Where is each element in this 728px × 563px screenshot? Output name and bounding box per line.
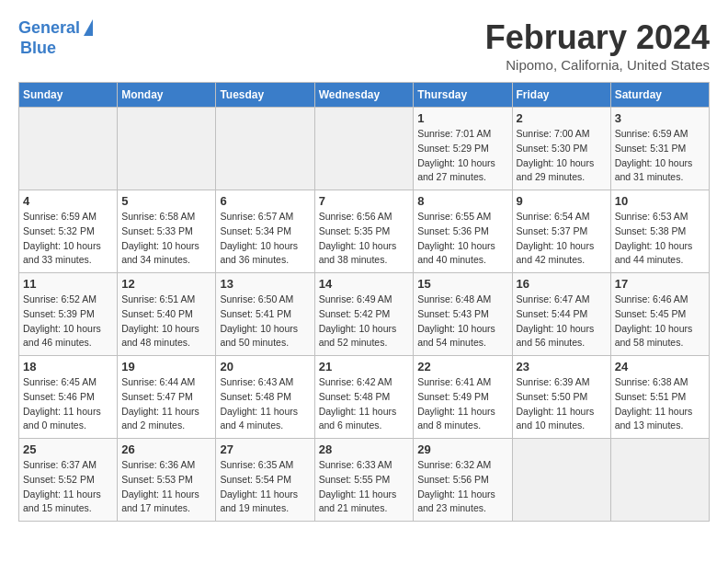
calendar-cell: 6Sunrise: 6:57 AMSunset: 5:34 PMDaylight…: [216, 190, 314, 273]
calendar-cell: 20Sunrise: 6:43 AMSunset: 5:48 PMDayligh…: [216, 356, 314, 439]
day-number: 6: [220, 194, 310, 208]
day-info: Sunrise: 6:35 AMSunset: 5:54 PMDaylight:…: [220, 458, 310, 516]
calendar-cell: 28Sunrise: 6:33 AMSunset: 5:55 PMDayligh…: [314, 439, 414, 522]
calendar-cell: 29Sunrise: 6:32 AMSunset: 5:56 PMDayligh…: [414, 439, 512, 522]
day-number: 11: [23, 277, 113, 291]
day-info: Sunrise: 6:59 AMSunset: 5:31 PMDaylight:…: [615, 127, 705, 185]
logo-text: General Blue: [18, 18, 93, 58]
weekday-header: Tuesday: [216, 83, 314, 108]
weekday-header: Friday: [512, 83, 610, 108]
calendar-week-row: 4Sunrise: 6:59 AMSunset: 5:32 PMDaylight…: [19, 190, 710, 273]
day-number: 1: [417, 111, 507, 125]
day-info: Sunrise: 6:54 AMSunset: 5:37 PMDaylight:…: [517, 210, 607, 268]
calendar-cell: 1Sunrise: 7:01 AMSunset: 5:29 PMDaylight…: [414, 108, 512, 190]
day-number: 19: [121, 360, 211, 373]
day-number: 13: [220, 277, 310, 291]
day-number: 3: [615, 111, 705, 125]
calendar-cell: 8Sunrise: 6:55 AMSunset: 5:36 PMDaylight…: [414, 190, 512, 273]
calendar-header-row: SundayMondayTuesdayWednesdayThursdayFrid…: [19, 83, 710, 108]
day-number: 26: [121, 442, 211, 456]
day-info: Sunrise: 6:53 AMSunset: 5:38 PMDaylight:…: [615, 210, 705, 268]
calendar-cell: 26Sunrise: 6:36 AMSunset: 5:53 PMDayligh…: [118, 439, 216, 522]
day-number: 14: [319, 277, 410, 291]
weekday-header: Wednesday: [314, 83, 414, 108]
day-info: Sunrise: 6:39 AMSunset: 5:50 PMDaylight:…: [517, 375, 607, 433]
day-info: Sunrise: 6:55 AMSunset: 5:36 PMDaylight:…: [417, 210, 507, 268]
page-header: General Blue February 2024 Nipomo, Calif…: [18, 18, 710, 73]
day-number: 5: [121, 194, 211, 208]
calendar-cell: 17Sunrise: 6:46 AMSunset: 5:45 PMDayligh…: [610, 273, 709, 356]
day-info: Sunrise: 7:00 AMSunset: 5:30 PMDaylight:…: [517, 127, 607, 185]
calendar-week-row: 11Sunrise: 6:52 AMSunset: 5:39 PMDayligh…: [19, 273, 710, 356]
calendar-cell: 3Sunrise: 6:59 AMSunset: 5:31 PMDaylight…: [610, 108, 709, 190]
calendar-cell: 24Sunrise: 6:38 AMSunset: 5:51 PMDayligh…: [610, 356, 709, 439]
day-info: Sunrise: 6:36 AMSunset: 5:53 PMDaylight:…: [121, 458, 211, 516]
day-number: 10: [615, 194, 705, 208]
calendar-cell: 27Sunrise: 6:35 AMSunset: 5:54 PMDayligh…: [216, 439, 314, 522]
calendar-cell: 4Sunrise: 6:59 AMSunset: 5:32 PMDaylight…: [19, 190, 118, 273]
day-info: Sunrise: 6:52 AMSunset: 5:39 PMDaylight:…: [23, 293, 113, 350]
calendar-cell: 23Sunrise: 6:39 AMSunset: 5:50 PMDayligh…: [512, 356, 610, 439]
day-info: Sunrise: 6:46 AMSunset: 5:45 PMDaylight:…: [615, 293, 705, 350]
day-info: Sunrise: 6:57 AMSunset: 5:34 PMDaylight:…: [220, 210, 310, 268]
calendar-cell: [512, 439, 610, 522]
day-number: 25: [23, 442, 113, 456]
calendar-cell: 14Sunrise: 6:49 AMSunset: 5:42 PMDayligh…: [314, 273, 414, 356]
calendar-cell: 2Sunrise: 7:00 AMSunset: 5:30 PMDaylight…: [512, 108, 610, 190]
calendar-week-row: 1Sunrise: 7:01 AMSunset: 5:29 PMDaylight…: [19, 108, 710, 190]
calendar-week-row: 25Sunrise: 6:37 AMSunset: 5:52 PMDayligh…: [19, 439, 710, 522]
day-info: Sunrise: 6:59 AMSunset: 5:32 PMDaylight:…: [23, 210, 113, 268]
calendar-cell: [118, 108, 216, 190]
calendar-cell: 9Sunrise: 6:54 AMSunset: 5:37 PMDaylight…: [512, 190, 610, 273]
day-number: 17: [615, 277, 705, 291]
day-info: Sunrise: 7:01 AMSunset: 5:29 PMDaylight:…: [417, 127, 507, 185]
day-info: Sunrise: 6:48 AMSunset: 5:43 PMDaylight:…: [417, 293, 507, 350]
day-info: Sunrise: 6:43 AMSunset: 5:48 PMDaylight:…: [220, 375, 310, 433]
calendar-cell: [19, 108, 118, 190]
main-title: February 2024: [485, 18, 710, 57]
day-number: 20: [220, 360, 310, 373]
day-number: 22: [417, 360, 507, 373]
day-info: Sunrise: 6:47 AMSunset: 5:44 PMDaylight:…: [517, 293, 607, 350]
day-info: Sunrise: 6:38 AMSunset: 5:51 PMDaylight:…: [615, 375, 705, 433]
day-number: 24: [615, 360, 705, 373]
day-info: Sunrise: 6:49 AMSunset: 5:42 PMDaylight:…: [319, 293, 410, 350]
calendar-cell: [314, 108, 414, 190]
subtitle: Nipomo, California, United States: [485, 57, 710, 73]
calendar-cell: 19Sunrise: 6:44 AMSunset: 5:47 PMDayligh…: [118, 356, 216, 439]
day-number: 12: [121, 277, 211, 291]
weekday-header: Sunday: [19, 83, 118, 108]
calendar-cell: 21Sunrise: 6:42 AMSunset: 5:48 PMDayligh…: [314, 356, 414, 439]
day-number: 29: [417, 442, 507, 456]
logo-triangle-icon: [84, 19, 93, 36]
weekday-header: Saturday: [610, 83, 709, 108]
day-number: 9: [517, 194, 607, 208]
calendar-body: 1Sunrise: 7:01 AMSunset: 5:29 PMDaylight…: [19, 108, 710, 522]
calendar-cell: 18Sunrise: 6:45 AMSunset: 5:46 PMDayligh…: [19, 356, 118, 439]
calendar-cell: 7Sunrise: 6:56 AMSunset: 5:35 PMDaylight…: [314, 190, 414, 273]
calendar-cell: 15Sunrise: 6:48 AMSunset: 5:43 PMDayligh…: [414, 273, 512, 356]
day-info: Sunrise: 6:51 AMSunset: 5:40 PMDaylight:…: [121, 293, 211, 350]
day-number: 8: [417, 194, 507, 208]
day-number: 7: [319, 194, 410, 208]
day-number: 4: [23, 194, 113, 208]
day-info: Sunrise: 6:58 AMSunset: 5:33 PMDaylight:…: [121, 210, 211, 268]
day-info: Sunrise: 6:41 AMSunset: 5:49 PMDaylight:…: [417, 375, 507, 433]
day-info: Sunrise: 6:37 AMSunset: 5:52 PMDaylight:…: [23, 458, 113, 516]
calendar-cell: 13Sunrise: 6:50 AMSunset: 5:41 PMDayligh…: [216, 273, 314, 356]
weekday-header: Monday: [118, 83, 216, 108]
calendar-cell: 16Sunrise: 6:47 AMSunset: 5:44 PMDayligh…: [512, 273, 610, 356]
calendar-week-row: 18Sunrise: 6:45 AMSunset: 5:46 PMDayligh…: [19, 356, 710, 439]
day-info: Sunrise: 6:50 AMSunset: 5:41 PMDaylight:…: [220, 293, 310, 350]
day-number: 21: [319, 360, 410, 373]
calendar-cell: 22Sunrise: 6:41 AMSunset: 5:49 PMDayligh…: [414, 356, 512, 439]
weekday-header: Thursday: [414, 83, 512, 108]
day-number: 16: [517, 277, 607, 291]
calendar-cell: [610, 439, 709, 522]
day-info: Sunrise: 6:44 AMSunset: 5:47 PMDaylight:…: [121, 375, 211, 433]
day-number: 15: [417, 277, 507, 291]
calendar-cell: 25Sunrise: 6:37 AMSunset: 5:52 PMDayligh…: [19, 439, 118, 522]
title-block: February 2024 Nipomo, California, United…: [485, 18, 710, 73]
day-number: 28: [319, 442, 410, 456]
calendar-cell: 5Sunrise: 6:58 AMSunset: 5:33 PMDaylight…: [118, 190, 216, 273]
